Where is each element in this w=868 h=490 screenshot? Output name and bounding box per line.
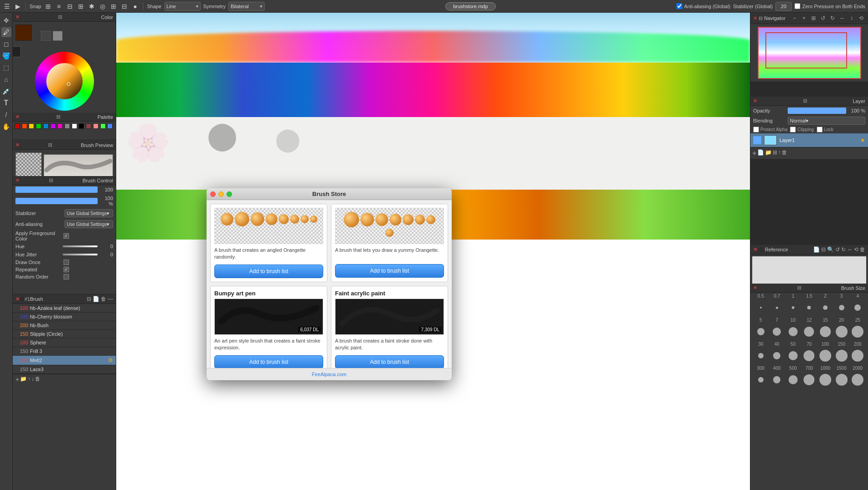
opacity-slider[interactable] — [15, 198, 98, 204]
bs-circle[interactable] — [804, 327, 814, 337]
antialiasing-checkbox[interactable] — [676, 3, 682, 9]
brush-preview-close[interactable]: ✕ — [15, 142, 20, 148]
nav-flip-v[interactable]: ↕ — [848, 14, 856, 22]
tool-line[interactable]: / — [1, 110, 11, 120]
bs-circle[interactable] — [823, 305, 828, 310]
hue-slider[interactable] — [63, 245, 98, 247]
palette-cell[interactable] — [36, 123, 41, 129]
layer-star[interactable]: ★ — [860, 137, 865, 143]
bs-circle[interactable] — [807, 306, 811, 309]
bs-circle[interactable] — [789, 327, 798, 336]
brush-list-close[interactable]: ✕ — [15, 296, 20, 302]
palette-cell[interactable] — [57, 123, 63, 129]
snap3-icon[interactable]: ⊟ — [66, 2, 74, 10]
palette-cell[interactable] — [50, 123, 56, 129]
palette-cell[interactable] — [86, 123, 91, 129]
nav-close[interactable]: ✕ — [753, 15, 757, 21]
color-swatch-fg[interactable] — [15, 24, 32, 41]
antialiasing-ctrl-dropdown[interactable]: Use Global Settings▾ — [64, 220, 113, 228]
layer-merge-icon[interactable]: ⊞ — [773, 149, 777, 157]
modal-close-btn[interactable] — [210, 191, 216, 197]
brush-list-icon1[interactable]: ⊟ — [87, 296, 91, 302]
brush-list-icon2[interactable]: 📄 — [93, 296, 99, 302]
bs-circle[interactable] — [804, 350, 814, 361]
nav-fit[interactable]: ⊞ — [809, 14, 818, 22]
tool-move[interactable]: ✥ — [1, 15, 11, 25]
palette-cell[interactable] — [64, 123, 70, 129]
palette-close[interactable]: ✕ — [15, 114, 20, 120]
symmetry-dropdown[interactable]: Bilateral — [228, 2, 265, 11]
tool-eyedropper[interactable]: 💉 — [1, 86, 11, 96]
bs-circle[interactable] — [839, 305, 844, 310]
brush-list-icon3[interactable]: 🗑 — [101, 296, 106, 302]
brush-list-item[interactable]: 100 hb-Cherry blossom — [13, 313, 116, 321]
layer-close[interactable]: ✕ — [753, 98, 757, 104]
bs-circle[interactable] — [852, 350, 863, 362]
brush-list-item[interactable]: 150 Frill 3 — [13, 347, 116, 356]
ref-close[interactable]: ✕ — [753, 246, 758, 253]
navigator-preview[interactable] — [758, 27, 861, 79]
brush-list-item[interactable]: 100 hb-Azalea leaf (dense) — [13, 304, 116, 313]
brush-list-item[interactable]: 200 hb-Bush — [13, 321, 116, 330]
brush-footer-export[interactable]: ↑ — [28, 376, 30, 383]
bs-circle[interactable] — [820, 326, 831, 337]
stabilizer-value[interactable]: 20 — [775, 2, 792, 11]
opacity-bar[interactable] — [788, 108, 846, 114]
bs-circle[interactable] — [836, 326, 848, 338]
layer-folder-icon[interactable]: 📁 — [765, 149, 772, 157]
palette-cell[interactable] — [93, 123, 99, 129]
brush-footer-add[interactable]: + — [15, 376, 19, 383]
nav-rotate-ccw[interactable]: ↺ — [819, 14, 827, 22]
protect-alpha-check[interactable]: Protect Alpha — [753, 127, 787, 132]
palette-cell[interactable] — [15, 123, 20, 129]
repeated-checkbox[interactable] — [64, 267, 69, 272]
modal-minimize-btn[interactable] — [218, 191, 224, 197]
layer-export-icon[interactable]: ↑ — [778, 149, 781, 157]
hue-jitter-slider[interactable] — [63, 254, 98, 255]
ref-icon8[interactable]: 🗑 — [860, 246, 865, 253]
ref-icon6[interactable]: ↔ — [847, 246, 853, 253]
brush-control-close[interactable]: ✕ — [15, 177, 20, 183]
bs-circle[interactable] — [852, 326, 863, 338]
bs-circle[interactable] — [789, 351, 798, 360]
snap-icon[interactable]: ⊞ — [44, 2, 52, 10]
modal-content[interactable]: A brush that creates an angled Orangette… — [207, 200, 452, 368]
palette-cell[interactable] — [29, 123, 34, 129]
modal-footer-link[interactable]: FireAlpaca.com — [312, 372, 346, 377]
brush-list-item[interactable]: 150 Lace3 — [13, 365, 116, 374]
palette-cell[interactable] — [79, 123, 84, 129]
draw-once-checkbox[interactable] — [64, 260, 69, 265]
tool-text[interactable]: T — [1, 98, 11, 108]
nav-reset[interactable]: ⟲ — [857, 14, 865, 22]
size-slider[interactable] — [15, 186, 98, 193]
bs-circle[interactable] — [773, 376, 780, 383]
add-btn-orangette-yummy[interactable]: Add to brush list — [335, 264, 444, 278]
clipping-check[interactable]: Clipping — [790, 127, 814, 132]
tool-brush[interactable]: 🖊 — [1, 27, 11, 37]
palette-cell[interactable] — [72, 123, 77, 129]
lock-check[interactable]: Lock — [817, 127, 833, 132]
layer-delete-icon[interactable]: 🗑 — [782, 149, 787, 157]
color-icon2[interactable] — [53, 31, 63, 41]
tool-hand[interactable]: ✋ — [1, 122, 11, 132]
brush-footer-folder[interactable]: 📁 — [20, 376, 27, 383]
bs-circle[interactable] — [758, 353, 764, 358]
brush-footer-import[interactable]: ↓ — [31, 376, 34, 383]
brush-list-item[interactable]: 150 Stipple (Circle) — [13, 330, 116, 338]
tool-select[interactable]: ⬚ — [1, 63, 11, 73]
color-wheel-inner[interactable] — [46, 63, 83, 99]
add-btn-bumpy[interactable]: Add to brush list — [214, 355, 323, 368]
add-btn-orangette-angled[interactable]: Add to brush list — [214, 265, 323, 278]
layer-copy-icon[interactable]: 📄 — [757, 149, 764, 157]
zero-pressure-check[interactable]: Zero Pressure on Both Ends — [794, 3, 865, 9]
layer-item[interactable]: Layer1 ★ — [750, 133, 868, 147]
bs-circle[interactable] — [819, 374, 831, 386]
nav-zoom-in[interactable]: + — [800, 14, 808, 22]
antialiasing-check[interactable]: Anti-aliasing (Global) — [676, 3, 730, 9]
zero-pressure-checkbox[interactable] — [794, 3, 800, 9]
apply-fg-checkbox[interactable] — [64, 233, 69, 239]
bs-circle[interactable] — [819, 350, 831, 362]
snap6-icon[interactable]: ◎ — [99, 2, 107, 10]
ref-icon5[interactable]: ↻ — [841, 246, 846, 253]
snap7-icon[interactable]: ⊞ — [109, 2, 118, 10]
